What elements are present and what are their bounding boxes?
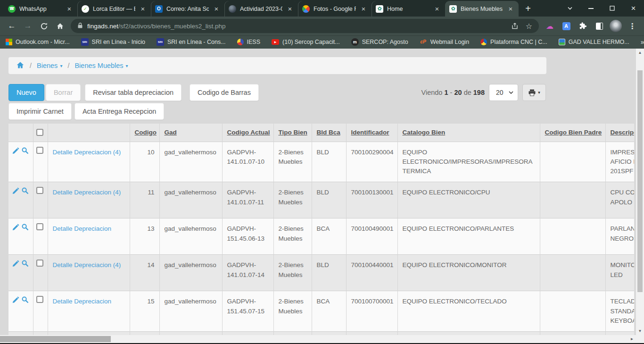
horizontal-scrollbar[interactable]: ► <box>0 335 636 343</box>
column-header-descripcion[interactable]: Descripcion <box>605 124 634 142</box>
browser-menu-icon[interactable]: ⋮ <box>625 19 639 33</box>
edit-pencil-icon[interactable] <box>12 223 20 231</box>
cell-bld-bca: BLD <box>312 255 346 291</box>
edit-pencil-icon[interactable] <box>12 296 20 304</box>
edit-pencil-icon[interactable] <box>12 187 20 195</box>
row-checkbox[interactable] <box>36 223 43 230</box>
tab-close-icon[interactable]: × <box>66 5 73 13</box>
row-checkbox[interactable] <box>36 260 43 267</box>
bookmark-item-webmail-login[interactable]: cPWebmail Login <box>420 38 469 46</box>
view-magnifier-icon[interactable] <box>21 296 29 304</box>
reload-button[interactable] <box>36 18 52 34</box>
vertical-scrollbar[interactable]: ▲ ▼ <box>636 49 644 335</box>
tab-title: WhatsApp <box>19 6 62 12</box>
tab-close-icon[interactable]: × <box>433 5 441 13</box>
cell-tipo-bien: 2-Bienes Muebles <box>273 182 312 218</box>
view-magnifier-icon[interactable] <box>21 260 29 268</box>
browser-tab-home[interactable]: ✿Home× <box>372 1 445 17</box>
tab-close-icon[interactable]: × <box>213 5 220 13</box>
tab-close-icon[interactable]: × <box>139 5 147 13</box>
bookmark-item-iess[interactable]: IESS <box>237 39 261 45</box>
detalle-depreciacion-link[interactable]: Detalle Depreciacion (4) <box>53 149 121 156</box>
detalle-depreciacion-link[interactable]: Detalle Depreciacion (4) <box>53 189 121 196</box>
bookmark-item-10-sercop-capacit[interactable]: ▶(10) Sercop Capacit... <box>272 39 340 45</box>
column-header-codigo-actual[interactable]: Codigo Actual <box>222 124 273 142</box>
detalle-depreciacion-link[interactable]: Detalle Depreciacion <box>53 298 112 305</box>
bookmarks-overflow-icon[interactable]: » <box>641 38 644 46</box>
bookmark-star-icon[interactable]: ☆ <box>522 19 536 33</box>
tab-close-icon[interactable]: × <box>286 5 294 13</box>
column-header-blank <box>8 124 33 142</box>
codigo-de-barras-button[interactable]: Codigo de Barras <box>190 84 259 101</box>
column-header-codigo-bien-padre[interactable]: Codigo Bien Padre <box>540 124 605 142</box>
breadcrumb-home-icon[interactable] <box>16 61 25 70</box>
column-header-catalogo-bien[interactable]: Catalogo Bien <box>397 124 540 142</box>
cell-identificador: 700100290004 <box>346 142 397 182</box>
home-button[interactable] <box>52 18 68 34</box>
detalle-depreciacion-link[interactable]: Detalle Depreciacion (4) <box>53 261 121 268</box>
address-bar[interactable]: fingads.net/sf2/activos/bienes_muebles2_… <box>71 19 539 33</box>
view-magnifier-icon[interactable] <box>21 187 29 195</box>
browser-tab-lorca-editor-el[interactable]: ✓Lorca Editor — El× <box>77 1 151 17</box>
restore-button[interactable] <box>602 0 623 17</box>
tab-close-icon[interactable]: × <box>507 5 514 13</box>
table-body: Detalle Depreciacion (4)10gad_vallehermo… <box>8 142 634 335</box>
close-window-button[interactable]: × <box>623 0 644 17</box>
row-checkbox[interactable] <box>36 147 43 154</box>
view-magnifier-icon[interactable] <box>21 147 29 155</box>
row-checkbox[interactable] <box>36 187 43 194</box>
column-header-tipo-bien[interactable]: Tipo Bien <box>273 124 312 142</box>
edit-pencil-icon[interactable] <box>12 260 20 268</box>
page-size-select[interactable]: 20 <box>489 84 518 101</box>
column-header-codigo[interactable]: Codigo <box>130 124 159 142</box>
scroll-up-icon[interactable]: ▲ <box>636 49 644 57</box>
column-header-bld-bca[interactable]: Bld Bca <box>312 124 346 142</box>
url-text[interactable]: fingads.net/sf2/activos/bienes_muebles2_… <box>87 23 508 30</box>
side-panel-icon[interactable] <box>592 19 606 33</box>
bookmark-item-outlook-com-micr[interactable]: Outlook.com - Micr... <box>6 39 70 45</box>
print-button[interactable]: ▾ <box>522 84 546 101</box>
browser-tab-bienes-muebles[interactable]: ✿Bienes Muebles× <box>445 1 519 17</box>
column-header-gad[interactable]: Gad <box>159 124 222 142</box>
extensions-puzzle-icon[interactable] <box>576 19 590 33</box>
cell-codigo: 16 <box>130 332 159 336</box>
lock-icon[interactable] <box>77 22 83 30</box>
bookmark-item-gad-valle-hermo[interactable]: GAD VALLE HERMO... <box>559 39 629 45</box>
tab-close-icon[interactable]: × <box>360 5 367 13</box>
browser-tab-fotos-google-f[interactable]: Fotos - Google F× <box>298 1 372 17</box>
new-tab-button[interactable]: + <box>521 2 535 15</box>
tab-search-chevron-icon[interactable] <box>559 0 580 17</box>
scroll-right-icon[interactable]: ► <box>628 335 636 343</box>
horizontal-scrollbar-thumb[interactable] <box>0 336 111 342</box>
bookmark-item-plataforma-cnc-c[interactable]: Plataforma CNC | C... <box>480 39 547 45</box>
revisar-tabla-depreciacion-button[interactable]: Revisar tabla depreciacion <box>85 84 182 101</box>
acta-entrega-recepcion-button[interactable]: Acta Entrega Recepcion <box>74 103 164 120</box>
vertical-scrollbar-thumb[interactable] <box>637 70 643 292</box>
imprimir-carnet-button[interactable]: Imprimir Carnet <box>8 103 72 120</box>
select-all-checkbox[interactable] <box>36 129 43 136</box>
breadcrumb-link-bienes[interactable]: Bienes▾ <box>37 62 62 69</box>
share-icon[interactable] <box>508 19 522 33</box>
bookmark-item-sri-en-l-nea-inicio[interactable]: SRISRI en Línea - Inicio <box>81 38 145 46</box>
scroll-down-icon[interactable]: ▼ <box>636 327 644 335</box>
tab-title: Actividad 2023-0 <box>240 6 282 12</box>
back-button[interactable]: ← <box>4 18 20 34</box>
bookmark-item-sri-en-l-nea-cons[interactable]: SRISRI en Línea - Cons... <box>157 38 226 46</box>
view-magnifier-icon[interactable] <box>21 223 29 231</box>
detalle-depreciacion-link[interactable]: Detalle Depreciacion <box>53 225 112 232</box>
edit-pencil-icon[interactable] <box>12 147 20 155</box>
column-header-identificador[interactable]: Identificador <box>346 124 397 142</box>
browser-tab-whatsapp[interactable]: ☎WhatsApp× <box>4 1 77 17</box>
translate-extension-icon[interactable]: A <box>559 19 573 33</box>
browser-tab-actividad-2023-0[interactable]: Actividad 2023-0× <box>224 1 298 17</box>
cloud-extension-icon[interactable]: ☁ <box>543 19 557 33</box>
scrollbar-corner <box>636 335 644 343</box>
minimize-button[interactable] <box>580 0 602 17</box>
bookmark-item-sercop-agosto[interactable]: mSERCOP: Agosto <box>351 38 408 46</box>
browser-tab-correo-anita-sos[interactable]: OCorreo: Anita Sos× <box>151 1 224 17</box>
breadcrumb-link-bienes-muebles[interactable]: Bienes Muebles▾ <box>74 62 128 69</box>
profile-avatar[interactable] <box>609 19 623 33</box>
data-table: CodigoGadCodigo ActualTipo BienBld BcaId… <box>8 124 634 335</box>
row-checkbox[interactable] <box>36 296 43 303</box>
nuevo-button[interactable]: Nuevo <box>8 84 44 101</box>
